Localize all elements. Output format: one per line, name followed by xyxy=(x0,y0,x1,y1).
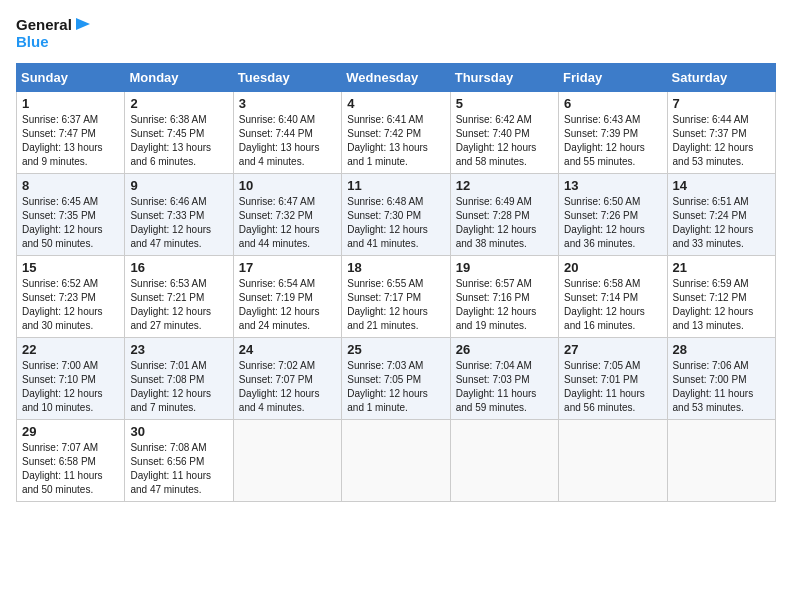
day-info: Sunrise: 6:51 AMSunset: 7:24 PMDaylight:… xyxy=(673,195,770,251)
day-info: Sunrise: 7:01 AMSunset: 7:08 PMDaylight:… xyxy=(130,359,227,415)
day-info: Sunrise: 6:43 AMSunset: 7:39 PMDaylight:… xyxy=(564,113,661,169)
day-cell: 27 Sunrise: 7:05 AMSunset: 7:01 PMDaylig… xyxy=(559,337,667,419)
day-info: Sunrise: 6:37 AMSunset: 7:47 PMDaylight:… xyxy=(22,113,119,169)
day-number: 8 xyxy=(22,178,119,193)
day-number: 2 xyxy=(130,96,227,111)
day-cell: 8 Sunrise: 6:45 AMSunset: 7:35 PMDayligh… xyxy=(17,173,125,255)
day-number: 13 xyxy=(564,178,661,193)
weekday-header-tuesday: Tuesday xyxy=(233,63,341,91)
logo: General Blue xyxy=(16,16,92,51)
day-info: Sunrise: 6:58 AMSunset: 7:14 PMDaylight:… xyxy=(564,277,661,333)
day-info: Sunrise: 6:44 AMSunset: 7:37 PMDaylight:… xyxy=(673,113,770,169)
day-cell xyxy=(667,419,775,501)
day-cell: 14 Sunrise: 6:51 AMSunset: 7:24 PMDaylig… xyxy=(667,173,775,255)
day-info: Sunrise: 6:40 AMSunset: 7:44 PMDaylight:… xyxy=(239,113,336,169)
day-cell: 12 Sunrise: 6:49 AMSunset: 7:28 PMDaylig… xyxy=(450,173,558,255)
day-cell: 20 Sunrise: 6:58 AMSunset: 7:14 PMDaylig… xyxy=(559,255,667,337)
day-info: Sunrise: 6:42 AMSunset: 7:40 PMDaylight:… xyxy=(456,113,553,169)
day-cell: 16 Sunrise: 6:53 AMSunset: 7:21 PMDaylig… xyxy=(125,255,233,337)
day-info: Sunrise: 6:46 AMSunset: 7:33 PMDaylight:… xyxy=(130,195,227,251)
day-number: 17 xyxy=(239,260,336,275)
day-cell xyxy=(450,419,558,501)
day-info: Sunrise: 6:45 AMSunset: 7:35 PMDaylight:… xyxy=(22,195,119,251)
day-number: 26 xyxy=(456,342,553,357)
day-info: Sunrise: 7:08 AMSunset: 6:56 PMDaylight:… xyxy=(130,441,227,497)
day-number: 23 xyxy=(130,342,227,357)
day-info: Sunrise: 7:02 AMSunset: 7:07 PMDaylight:… xyxy=(239,359,336,415)
calendar-table: SundayMondayTuesdayWednesdayThursdayFrid… xyxy=(16,63,776,502)
day-number: 25 xyxy=(347,342,444,357)
day-number: 6 xyxy=(564,96,661,111)
day-number: 20 xyxy=(564,260,661,275)
logo-general: General xyxy=(16,17,72,34)
day-cell: 19 Sunrise: 6:57 AMSunset: 7:16 PMDaylig… xyxy=(450,255,558,337)
week-row-2: 8 Sunrise: 6:45 AMSunset: 7:35 PMDayligh… xyxy=(17,173,776,255)
day-cell: 7 Sunrise: 6:44 AMSunset: 7:37 PMDayligh… xyxy=(667,91,775,173)
day-cell: 23 Sunrise: 7:01 AMSunset: 7:08 PMDaylig… xyxy=(125,337,233,419)
day-number: 14 xyxy=(673,178,770,193)
weekday-header-monday: Monday xyxy=(125,63,233,91)
day-number: 30 xyxy=(130,424,227,439)
day-cell: 4 Sunrise: 6:41 AMSunset: 7:42 PMDayligh… xyxy=(342,91,450,173)
day-number: 28 xyxy=(673,342,770,357)
page-header: General Blue xyxy=(16,16,776,51)
day-info: Sunrise: 7:06 AMSunset: 7:00 PMDaylight:… xyxy=(673,359,770,415)
day-cell: 15 Sunrise: 6:52 AMSunset: 7:23 PMDaylig… xyxy=(17,255,125,337)
day-cell xyxy=(559,419,667,501)
day-info: Sunrise: 6:48 AMSunset: 7:30 PMDaylight:… xyxy=(347,195,444,251)
day-number: 3 xyxy=(239,96,336,111)
day-info: Sunrise: 6:41 AMSunset: 7:42 PMDaylight:… xyxy=(347,113,444,169)
day-number: 15 xyxy=(22,260,119,275)
week-row-4: 22 Sunrise: 7:00 AMSunset: 7:10 PMDaylig… xyxy=(17,337,776,419)
day-info: Sunrise: 6:59 AMSunset: 7:12 PMDaylight:… xyxy=(673,277,770,333)
weekday-header-saturday: Saturday xyxy=(667,63,775,91)
day-cell: 30 Sunrise: 7:08 AMSunset: 6:56 PMDaylig… xyxy=(125,419,233,501)
weekday-header-row: SundayMondayTuesdayWednesdayThursdayFrid… xyxy=(17,63,776,91)
day-cell: 10 Sunrise: 6:47 AMSunset: 7:32 PMDaylig… xyxy=(233,173,341,255)
day-number: 1 xyxy=(22,96,119,111)
day-number: 12 xyxy=(456,178,553,193)
day-number: 9 xyxy=(130,178,227,193)
day-number: 7 xyxy=(673,96,770,111)
week-row-5: 29 Sunrise: 7:07 AMSunset: 6:58 PMDaylig… xyxy=(17,419,776,501)
day-cell xyxy=(233,419,341,501)
day-number: 11 xyxy=(347,178,444,193)
day-cell: 2 Sunrise: 6:38 AMSunset: 7:45 PMDayligh… xyxy=(125,91,233,173)
week-row-1: 1 Sunrise: 6:37 AMSunset: 7:47 PMDayligh… xyxy=(17,91,776,173)
day-number: 4 xyxy=(347,96,444,111)
day-info: Sunrise: 6:52 AMSunset: 7:23 PMDaylight:… xyxy=(22,277,119,333)
day-info: Sunrise: 6:53 AMSunset: 7:21 PMDaylight:… xyxy=(130,277,227,333)
day-cell: 18 Sunrise: 6:55 AMSunset: 7:17 PMDaylig… xyxy=(342,255,450,337)
day-cell: 21 Sunrise: 6:59 AMSunset: 7:12 PMDaylig… xyxy=(667,255,775,337)
logo-blue: Blue xyxy=(16,34,92,51)
day-info: Sunrise: 7:07 AMSunset: 6:58 PMDaylight:… xyxy=(22,441,119,497)
day-number: 5 xyxy=(456,96,553,111)
day-cell: 28 Sunrise: 7:06 AMSunset: 7:00 PMDaylig… xyxy=(667,337,775,419)
day-info: Sunrise: 6:54 AMSunset: 7:19 PMDaylight:… xyxy=(239,277,336,333)
day-number: 21 xyxy=(673,260,770,275)
weekday-header-friday: Friday xyxy=(559,63,667,91)
weekday-header-thursday: Thursday xyxy=(450,63,558,91)
day-number: 10 xyxy=(239,178,336,193)
day-info: Sunrise: 7:00 AMSunset: 7:10 PMDaylight:… xyxy=(22,359,119,415)
day-cell: 17 Sunrise: 6:54 AMSunset: 7:19 PMDaylig… xyxy=(233,255,341,337)
svg-marker-0 xyxy=(76,18,90,30)
day-cell: 3 Sunrise: 6:40 AMSunset: 7:44 PMDayligh… xyxy=(233,91,341,173)
day-info: Sunrise: 6:55 AMSunset: 7:17 PMDaylight:… xyxy=(347,277,444,333)
day-number: 29 xyxy=(22,424,119,439)
week-row-3: 15 Sunrise: 6:52 AMSunset: 7:23 PMDaylig… xyxy=(17,255,776,337)
day-cell: 25 Sunrise: 7:03 AMSunset: 7:05 PMDaylig… xyxy=(342,337,450,419)
weekday-header-sunday: Sunday xyxy=(17,63,125,91)
day-cell: 29 Sunrise: 7:07 AMSunset: 6:58 PMDaylig… xyxy=(17,419,125,501)
day-cell: 6 Sunrise: 6:43 AMSunset: 7:39 PMDayligh… xyxy=(559,91,667,173)
day-cell: 9 Sunrise: 6:46 AMSunset: 7:33 PMDayligh… xyxy=(125,173,233,255)
weekday-header-wednesday: Wednesday xyxy=(342,63,450,91)
day-info: Sunrise: 6:50 AMSunset: 7:26 PMDaylight:… xyxy=(564,195,661,251)
day-cell: 22 Sunrise: 7:00 AMSunset: 7:10 PMDaylig… xyxy=(17,337,125,419)
day-info: Sunrise: 7:05 AMSunset: 7:01 PMDaylight:… xyxy=(564,359,661,415)
day-cell: 11 Sunrise: 6:48 AMSunset: 7:30 PMDaylig… xyxy=(342,173,450,255)
day-number: 27 xyxy=(564,342,661,357)
day-info: Sunrise: 6:49 AMSunset: 7:28 PMDaylight:… xyxy=(456,195,553,251)
day-cell: 26 Sunrise: 7:04 AMSunset: 7:03 PMDaylig… xyxy=(450,337,558,419)
day-number: 16 xyxy=(130,260,227,275)
